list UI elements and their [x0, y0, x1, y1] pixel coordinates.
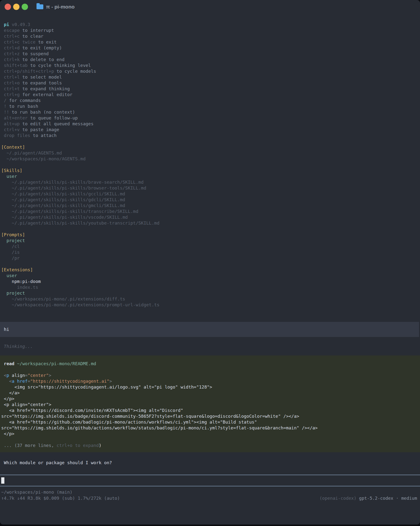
terminal-line: ~/workspaces/pi-mono/.pi/extensions/prom…: [0, 302, 420, 308]
terminal-line: user: [0, 173, 420, 179]
terminal-line: Thinking...: [0, 344, 420, 349]
terminal-line: ... (37 more lines, ctrl+o to expand): [0, 443, 420, 448]
terminal-line: ctrl+c to clear: [0, 33, 420, 39]
token-stats: ↑4.7k ↓44 R3.8k $0.009 (sub) 1.7%/272k (…: [1, 495, 120, 501]
status-bar: ~/workspaces/pi-mono (main) ↑4.7k ↓44 R3…: [0, 489, 420, 501]
terminal-line: ctrl+t to expand thinking: [0, 86, 420, 92]
terminal-line: ctrl+v to paste image: [0, 127, 420, 132]
terminal-line: <p align="center">: [0, 373, 420, 378]
terminal-line: ~/workspaces/pi-mono/AGENTS.md: [0, 156, 420, 162]
terminal-line: [0, 367, 420, 373]
terminal-line: /pr: [0, 255, 420, 261]
terminal-output: pi v0.49.3 escape to interrupt ctrl+c to…: [0, 14, 420, 466]
terminal-line: ~/.pi/agent/skills/pi-skills/brave-searc…: [0, 179, 420, 185]
read-tool-call: read ~/workspaces/pi-mono/README.md <p a…: [0, 355, 420, 452]
terminal-line: index.ts: [0, 284, 420, 290]
user-message: hi: [0, 322, 419, 337]
terminal-line: ~/.pi/agent/skills/pi-skills/youtube-tra…: [0, 220, 420, 226]
terminal-line: ~/.pi/agent/AGENTS.md: [0, 150, 420, 156]
terminal-line: / for commands: [0, 98, 420, 103]
terminal-line: ctrl+z to suspend: [0, 51, 420, 57]
cwd-branch: ~/workspaces/pi-mono (main): [1, 489, 72, 495]
terminal-line: </p>: [0, 431, 420, 437]
assistant-message: Which module or package should I work on…: [0, 460, 420, 466]
close-button[interactable]: [5, 4, 11, 10]
terminal-line: <img src="https://shittycodingagent.ai/l…: [0, 384, 420, 390]
prompt-input[interactable]: [0, 475, 420, 486]
terminal-line: alt+enter to queue follow-up: [0, 115, 420, 121]
model-label: gpt-5.2-codex · medium: [359, 496, 417, 501]
maximize-button[interactable]: [22, 4, 28, 10]
terminal-line: [Context]: [0, 144, 420, 150]
terminal-line: [0, 138, 420, 144]
provider-label: (openai-codex): [319, 496, 359, 501]
window-title: π - pi-mono: [46, 4, 75, 10]
terminal-line: ~/.pi/agent/skills/pi-skills/vscode/SKIL…: [0, 214, 420, 220]
thinking-indicator: Thinking...: [0, 344, 420, 349]
terminal-line: ctrl+c twice to exit: [0, 39, 420, 45]
terminal-line: user: [0, 273, 420, 279]
terminal-line: </p>: [0, 396, 420, 402]
terminal-line: ctrl+k to delete to end: [0, 57, 420, 62]
terminal-line: [Extensions]: [0, 267, 420, 273]
terminal-line: /cl: [0, 243, 420, 249]
terminal-line: [Skills]: [0, 168, 420, 173]
titlebar: π - pi-mono: [0, 0, 420, 14]
terminal-line: <p align="center">: [0, 402, 420, 407]
terminal-line: ~/workspaces/pi-mono/.pi/extensions/diff…: [0, 296, 420, 302]
status-line-stats: ↑4.7k ↓44 R3.8k $0.009 (sub) 1.7%/272k (…: [0, 495, 420, 501]
terminal-line: src="https://img.shields.io/badge/discor…: [0, 413, 420, 419]
terminal-window: π - pi-mono pi v0.49.3 escape to interru…: [0, 0, 420, 525]
terminal-line: npm:pi-doom: [0, 279, 420, 284]
minimize-button[interactable]: [13, 4, 20, 10]
terminal-line: ~/.pi/agent/skills/pi-skills/gmcli/SKILL…: [0, 203, 420, 209]
terminal-line: project: [0, 238, 420, 243]
terminal-line: ctrl+o to expand tools: [0, 80, 420, 86]
terminal-line: project: [0, 290, 420, 296]
terminal-line: [Prompts]: [0, 232, 420, 238]
terminal-line: alt+up to edit all queued messages: [0, 121, 420, 127]
terminal-line: ctrl+l to select model: [0, 74, 420, 80]
terminal-line: <a href="https://shittycodingagent.ai">: [0, 378, 420, 384]
terminal-line: ~/.pi/agent/skills/pi-skills/browser-too…: [0, 185, 420, 191]
terminal-line: [0, 226, 420, 232]
terminal-line: <a href="https://discord.com/invite/nKXT…: [0, 407, 420, 413]
terminal-line: !! to run bash (no context): [0, 109, 420, 115]
terminal-line: ctrl+g for external editor: [0, 92, 420, 98]
terminal-line: /is: [0, 249, 420, 255]
terminal-line: [0, 437, 420, 443]
status-line-cwd: ~/workspaces/pi-mono (main): [0, 489, 420, 495]
terminal-line: Which module or package should I work on…: [0, 460, 420, 466]
terminal-line: read ~/workspaces/pi-mono/README.md: [0, 361, 420, 367]
terminal-line: shift+tab to cycle thinking level: [0, 62, 420, 68]
terminal-line: hi: [0, 326, 419, 332]
terminal-line: <a href="https://github.com/badlogic/pi-…: [0, 419, 420, 425]
terminal-line: [0, 261, 420, 267]
text-cursor: [1, 477, 4, 484]
terminal-line: [0, 162, 420, 168]
terminal-line: ctrl+p/shift+ctrl+p to cycle models: [0, 68, 420, 74]
terminal-line: pi v0.49.3: [0, 22, 420, 28]
terminal-line: src="https://img.shields.io/github/actio…: [0, 425, 420, 431]
terminal-line: </a>: [0, 390, 420, 396]
terminal-line: ctrl+d to exit (empty): [0, 45, 420, 51]
folder-icon: [37, 4, 43, 9]
terminal-line: ! to run bash: [0, 103, 420, 109]
terminal-line: ~/.pi/agent/skills/pi-skills/transcribe/…: [0, 209, 420, 214]
terminal-line: escape to interrupt: [0, 28, 420, 33]
model-info: (openai-codex) gpt-5.2-codex · medium: [319, 495, 417, 501]
terminal-line: ~/.pi/agent/skills/pi-skills/gdcli/SKILL…: [0, 197, 420, 203]
terminal-line: drop files to attach: [0, 132, 420, 138]
banner-and-session-info: pi v0.49.3 escape to interrupt ctrl+c to…: [0, 22, 420, 308]
terminal-line: ~/.pi/agent/skills/pi-skills/gccli/SKILL…: [0, 191, 420, 197]
